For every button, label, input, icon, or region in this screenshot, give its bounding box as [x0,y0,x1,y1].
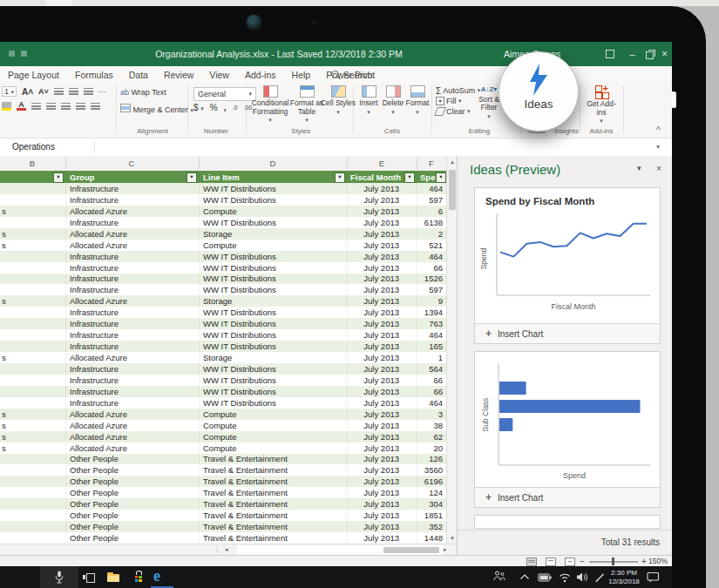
cell-cd[interactable]: Travel & Entertainment [199,499,347,509]
cell-cd[interactable]: Travel & Entertainment [199,510,347,520]
pane-close-icon[interactable]: × [656,164,661,173]
filter-button[interactable]: ▾ [404,172,415,183]
align-left-icon[interactable] [31,103,41,110]
page-break-view-button[interactable] [565,558,575,566]
people-icon[interactable] [493,570,505,582]
shrink-font-button[interactable]: A˅ [38,87,49,96]
cell-ce[interactable]: July 2013 [347,443,417,453]
cell-cc[interactable]: Other People [65,499,199,509]
header-cell-group[interactable]: Group ▾ [65,171,199,183]
comma-style-button[interactable]: , [224,103,227,112]
cell-cb[interactable]: s [0,409,65,419]
cell-cf[interactable]: 763 [417,319,446,328]
cell-cf[interactable]: 62 [417,432,446,442]
page-layout-view-button[interactable] [546,558,556,566]
cell-cc[interactable]: Other People [65,488,199,497]
merge-center-button[interactable]: Merge & Center ▾ [120,104,193,114]
cell-cc[interactable]: Infrastructure [65,285,199,294]
cell-cd[interactable]: WW IT Distributions [199,341,347,351]
decrease-indent-icon[interactable] [76,103,85,110]
tab-data[interactable]: Data [121,70,156,80]
cell-cc[interactable]: Other People [65,454,199,463]
cell-cf[interactable]: 464 [417,330,446,340]
table-row[interactable]: sAllocated AzureStorageJuly 20131 [0,352,446,363]
cell-cf[interactable]: 66 [417,375,446,385]
zoom-slider-thumb[interactable] [612,558,614,565]
cell-cf[interactable]: 20 [417,443,446,453]
cell-cd[interactable]: WW IT Distributions [199,375,347,385]
increase-decimal-button[interactable]: .0 [233,105,238,111]
filter-button[interactable]: ▾ [187,172,197,183]
cell-cc[interactable]: Infrastructure [65,398,199,408]
cell-cb[interactable]: s [0,240,65,250]
delete-cells-button[interactable]: Delete▾ [380,85,406,116]
windows-ink-pen-icon[interactable] [594,571,606,583]
cell-cc[interactable]: Allocated Azure [65,206,199,216]
cell-cf[interactable]: 66 [417,263,446,273]
ideas-callout[interactable]: Ideas [499,51,579,132]
cell-cc[interactable]: Other People [65,522,199,531]
cell-cf[interactable]: 124 [417,488,446,497]
cell-ce[interactable]: July 2013 [347,353,417,362]
cell-ce[interactable]: July 2013 [347,319,417,328]
insert-chart-button[interactable]: + Insert Chart [475,487,660,507]
cell-ce[interactable]: July 2013 [347,375,417,385]
battery-icon[interactable] [538,572,552,583]
cell-cc[interactable]: Infrastructure [65,375,199,385]
close-button[interactable]: × [660,50,669,59]
table-row[interactable]: InfrastructureWW IT DistributionsJuly 20… [0,183,446,194]
cell-cb[interactable]: s [0,353,65,362]
cell-cb[interactable]: s [0,432,65,442]
collapse-ribbon-button[interactable]: ^ [656,125,661,135]
table-row[interactable]: InfrastructureWW IT DistributionsJuly 20… [0,386,446,397]
table-row[interactable]: Other PeopleTravel & EntertainmentJuly 2… [0,498,446,510]
cell-ce[interactable]: July 2013 [347,263,417,273]
table-row[interactable]: Other PeopleTravel & EntertainmentJuly 2… [0,464,446,476]
cell-ce[interactable]: July 2013 [347,432,417,442]
scroll-right-icon[interactable]: ▸ [444,544,447,555]
cell-cf[interactable]: 521 [417,240,446,250]
align-middle-icon[interactable] [69,88,78,95]
cell-ce[interactable]: July 2013 [347,387,417,396]
restore-button[interactable] [645,51,655,61]
cell-cc[interactable]: Allocated Azure [65,409,199,419]
cell-ce[interactable]: July 2013 [347,218,417,227]
cell-cb[interactable]: s [0,229,65,239]
cell-ce[interactable]: July 2013 [347,499,417,509]
cell-ce[interactable]: July 2013 [347,274,417,283]
cell-ce[interactable]: July 2013 [347,364,417,374]
tab-formulas[interactable]: Formulas [67,70,121,80]
cell-cd[interactable]: WW IT Distributions [199,308,347,317]
cell-ce[interactable]: July 2013 [347,409,417,419]
cell-cd[interactable]: Storage [199,296,347,306]
column-heading-f[interactable]: F [418,156,444,171]
tab-add-ins[interactable]: Add-ins [237,70,284,80]
align-right-icon[interactable] [61,103,71,110]
table-row[interactable]: InfrastructureWW IT DistributionsJuly 20… [0,262,446,274]
cell-cd[interactable]: WW IT Distributions [199,218,347,227]
cell-ce[interactable]: July 2013 [347,184,417,193]
table-row[interactable]: InfrastructureWW IT DistributionsJuly 20… [0,329,446,341]
tab-split-handle[interactable]: ⋮ [214,544,220,555]
cell-ce[interactable]: July 2013 [347,296,417,306]
cell-cd[interactable]: WW IT Distributions [199,263,347,273]
action-center-icon[interactable] [647,571,660,583]
cell-cb[interactable]: s [0,443,65,453]
table-row[interactable]: InfrastructureWW IT DistributionsJuly 20… [0,194,446,206]
cell-ce[interactable]: July 2013 [347,454,417,463]
cell-cf[interactable]: 2 [417,229,446,239]
cell-cc[interactable]: Infrastructure [65,274,199,283]
cell-cc[interactable]: Infrastructure [65,387,199,396]
table-row[interactable]: Other PeopleTravel & EntertainmentJuly 2… [0,454,446,465]
table-row[interactable]: sAllocated AzureStorageJuly 20139 [0,295,446,307]
cell-cd[interactable]: WW IT Distributions [199,319,347,328]
header-cell-b[interactable]: ▾ [0,171,65,183]
table-row[interactable]: sAllocated AzureComputeJuly 201338 [0,420,446,431]
cell-cc[interactable]: Infrastructure [65,218,199,227]
table-row[interactable]: Other PeopleTravel & EntertainmentJuly 2… [0,510,446,521]
cell-ce[interactable]: July 2013 [347,252,417,261]
cell-ce[interactable]: July 2013 [347,240,417,250]
cell-cc[interactable]: Allocated Azure [65,229,199,239]
formula-bar-expand-icon[interactable]: ▾ [656,139,660,156]
cell-cc[interactable]: Infrastructure [65,319,199,328]
